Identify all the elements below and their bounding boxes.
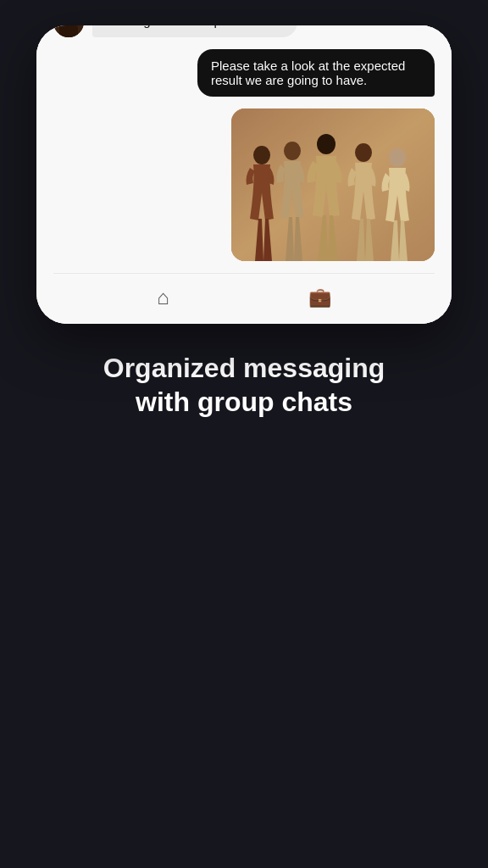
home-icon[interactable]: ⌂: [157, 286, 169, 309]
bubble-please: Please take a look at the expected resul…: [197, 49, 435, 97]
chat-row-image: [53, 108, 435, 261]
chat-image-bubble: [231, 108, 435, 261]
bubble-please-text: Please take a look at the expected resul…: [211, 58, 405, 87]
bottom-nav: ⌂ 💼: [53, 273, 435, 318]
phone-wrapper: Messages ZODEL Zodel The weather will be…: [36, 25, 452, 324]
chat-row-please: Please take a look at the expected resul…: [53, 49, 435, 97]
phone-device: Messages ZODEL Zodel The weather will be…: [36, 25, 452, 324]
tagline-section: Organized messaging with group chats: [0, 324, 488, 436]
chat-row-looking: Looking forward to photo shoot.: [53, 25, 435, 37]
chat-messages-container: Hi there! Looking forward to photo shoot…: [53, 25, 435, 273]
phone-home-bar: [53, 318, 435, 324]
chat-overlay: Hi there! Looking forward to photo shoot…: [36, 25, 452, 324]
svg-rect-19: [231, 108, 435, 261]
bubble-looking-text: Looking forward to photo shoot.: [106, 25, 284, 28]
tagline-line1: Organized messaging: [34, 351, 454, 385]
svg-rect-11: [59, 25, 78, 37]
bubble-looking: Looking forward to photo shoot.: [92, 25, 297, 37]
chat-avatar-user: [53, 25, 84, 37]
briefcase-icon[interactable]: 💼: [308, 287, 331, 309]
tagline-line2: with group chats: [34, 385, 454, 419]
